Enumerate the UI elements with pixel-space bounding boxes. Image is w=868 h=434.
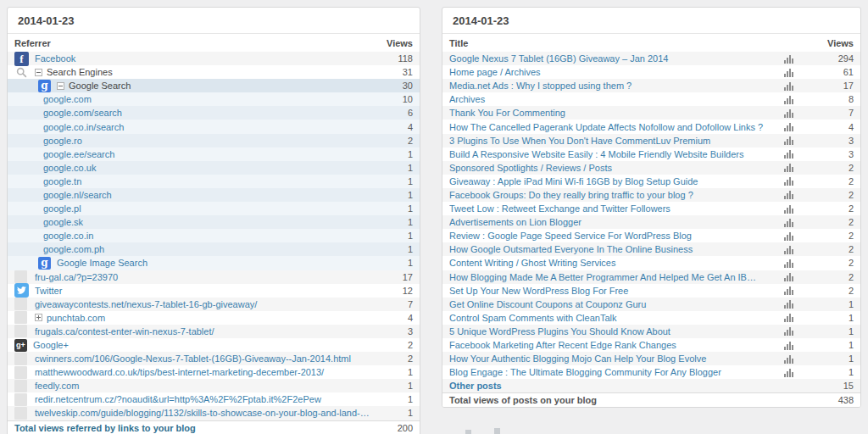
referrer-row: twelveskip.com/guide/blogging/1132/skill… <box>8 406 420 420</box>
referrer-link[interactable]: punchtab.com <box>47 313 374 323</box>
post-title-link[interactable]: Other posts <box>449 381 764 391</box>
post-title-link[interactable]: Thank You For Commenting <box>449 108 764 118</box>
post-title-link[interactable]: Facebook Groups: Do they really bring tr… <box>449 190 764 200</box>
views-value: 1 <box>374 408 413 418</box>
views-value: 2 <box>815 203 854 214</box>
post-title-link[interactable]: Archives <box>449 94 764 104</box>
bar-chart-icon[interactable] <box>784 369 794 379</box>
referrer-link[interactable]: google.com.ph <box>43 244 374 254</box>
referrer-link[interactable]: google.nl/search <box>43 190 374 200</box>
bar-chart-icon[interactable] <box>784 205 794 215</box>
post-title-link[interactable]: Review : Google Page Speed Service For W… <box>449 231 764 241</box>
referrer-link[interactable]: google.ro <box>43 136 374 146</box>
post-title-link[interactable]: Content Writing / Ghost Writing Services <box>449 258 764 268</box>
bar-chart-icon[interactable] <box>784 82 794 92</box>
bar-chart-icon[interactable] <box>784 342 794 352</box>
post-title-link[interactable]: How Blogging Made Me A Better Programmer… <box>449 272 764 282</box>
bar-chart-icon[interactable] <box>784 273 794 283</box>
referrer-link[interactable]: google.pl <box>43 203 374 214</box>
referrer-row: giveawaycontests.net/nexus-7-tablet-16-g… <box>8 298 420 311</box>
post-title-link[interactable]: Home page / Archives <box>449 67 764 77</box>
bar-chart-icon[interactable] <box>784 177 794 187</box>
referrer-link[interactable]: redir.netcentrum.cz/?noaudit&url=http%3A… <box>35 394 374 404</box>
referrer-link[interactable]: google.co.in/search <box>43 122 374 132</box>
referrer-link[interactable]: Facebook <box>35 53 374 64</box>
referrer-link[interactable]: Google Image Search <box>57 258 374 268</box>
bar-chart-icon[interactable] <box>784 55 794 65</box>
post-title-link[interactable]: Get Online Discount Coupons at Couponz G… <box>449 299 764 309</box>
views-value: 2 <box>815 286 854 296</box>
bar-chart-icon[interactable] <box>784 287 794 297</box>
post-title-link[interactable]: Media.net Ads : Why I stopped using them… <box>449 81 764 91</box>
bar-chart-icon[interactable] <box>784 246 794 256</box>
views-value: 1 <box>374 367 413 377</box>
views-column-label: Views <box>815 38 854 48</box>
google-icon: g <box>38 80 51 92</box>
views-value: 1 <box>374 381 413 391</box>
bar-chart-icon[interactable] <box>784 164 794 174</box>
referrer-link[interactable]: google.com <box>43 94 374 104</box>
post-row: Archives8 <box>442 92 860 106</box>
bar-chart-icon[interactable] <box>784 109 794 120</box>
referrer-row: google.ee/search1 <box>8 147 420 161</box>
bar-chart-icon[interactable] <box>784 232 794 242</box>
post-title-link[interactable]: 5 Unique WordPress Plugins You Should Kn… <box>449 326 764 337</box>
post-title-link[interactable]: Sponsored Spotlights / Reviews / Posts <box>449 163 764 173</box>
bar-chart-icon[interactable] <box>784 327 794 337</box>
post-title-link[interactable]: Control Spam Comments with CleanTalk <box>449 313 764 323</box>
bar-chart-icon[interactable] <box>784 191 794 201</box>
views-value: 1 <box>374 163 413 173</box>
bar-chart-icon[interactable] <box>784 96 794 106</box>
referrer-row: punchtab.com4 <box>8 311 420 325</box>
views-value: 4 <box>374 313 413 323</box>
post-title-link[interactable]: How Your Authentic Blogging Mojo Can Hel… <box>449 353 764 364</box>
post-title-link[interactable]: Set Up Your New WordPress Blog For Free <box>449 286 764 296</box>
referrer-link[interactable]: google.ee/search <box>43 149 374 159</box>
views-value: 1 <box>374 217 413 227</box>
referrer-link[interactable]: Google+ <box>33 340 374 350</box>
bar-chart-icon[interactable] <box>784 314 794 324</box>
referrer-link[interactable]: frugals.ca/contest-enter-win-nexus-7-tab… <box>35 326 374 337</box>
referrer-link[interactable]: google.com/search <box>43 108 374 118</box>
views-value: 4 <box>815 122 854 132</box>
referrer-link[interactable]: cwinners.com/106/Google-Nexus-7-Tablet-(… <box>35 353 374 364</box>
referrer-link[interactable]: google.co.uk <box>43 163 374 173</box>
referrer-rows: fFacebook118Search Engines31gGoogle Sear… <box>8 52 420 420</box>
collapse-toggle-icon[interactable] <box>57 82 64 90</box>
post-row: Other posts15 <box>442 379 860 392</box>
post-title-link[interactable]: Google Nexus 7 Tablet (16GB) Giveaway – … <box>449 53 764 64</box>
post-title-link[interactable]: Blog Engage : The Ultimate Blogging Comm… <box>449 367 764 377</box>
referrer-link[interactable]: feedly.com <box>35 381 374 391</box>
post-title-link[interactable]: Tweet Low : Retweet Exchange and Twitter… <box>449 203 764 214</box>
post-title-link[interactable]: How The Cancelled Pagerank Update Affect… <box>449 122 764 132</box>
post-title-link[interactable]: How Google Outsmarted Everyone In The On… <box>449 244 764 254</box>
expand-toggle-icon[interactable] <box>35 314 42 321</box>
bar-chart-icon[interactable] <box>784 300 794 310</box>
post-title-link[interactable]: Facebook Marketing After Recent Edge Ran… <box>449 340 764 350</box>
bar-chart-icon[interactable] <box>784 259 794 270</box>
post-title-link[interactable]: Build A Responsive Website Easily : 4 Mo… <box>449 149 764 159</box>
referrer-link[interactable]: google.co.in <box>43 231 374 241</box>
post-title-link[interactable]: 3 Plugins To Use When You Don't Have Com… <box>449 136 764 146</box>
bar-chart-icon[interactable] <box>784 219 794 229</box>
referrer-link[interactable]: matthewwoodward.co.uk/tips/best-internet… <box>35 367 374 377</box>
referrer-link[interactable]: twelveskip.com/guide/blogging/1132/skill… <box>35 408 374 418</box>
views-value: 3 <box>815 149 854 159</box>
bar-chart-icon[interactable] <box>784 123 794 133</box>
post-title-link[interactable]: Advertisements on Lion Blogger <box>449 217 764 227</box>
bar-chart-icon[interactable] <box>784 150 794 160</box>
referrer-row: Search Engines31 <box>8 65 420 79</box>
collapse-toggle-icon[interactable] <box>35 69 42 76</box>
bar-chart-icon[interactable] <box>784 355 794 365</box>
bar-chart-icon[interactable] <box>784 136 794 147</box>
referrer-link[interactable]: fru-gal.ca/?p=23970 <box>35 272 374 282</box>
bar-chart-icon[interactable] <box>784 69 794 79</box>
referrer-link[interactable]: google.sk <box>43 217 374 227</box>
referrer-link[interactable]: giveawaycontests.net/nexus-7-tablet-16-g… <box>35 299 374 309</box>
facebook-icon: f <box>14 52 29 66</box>
post-title-link[interactable]: Giveaway : Apple iPad Mini Wi-fi 16GB by… <box>449 176 764 186</box>
favicon-placeholder-icon <box>14 407 27 420</box>
referrer-link[interactable]: google.tn <box>43 176 374 186</box>
referrer-link[interactable]: Twitter <box>35 286 374 296</box>
referrer-row: fru-gal.ca/?p=2397017 <box>8 270 420 284</box>
